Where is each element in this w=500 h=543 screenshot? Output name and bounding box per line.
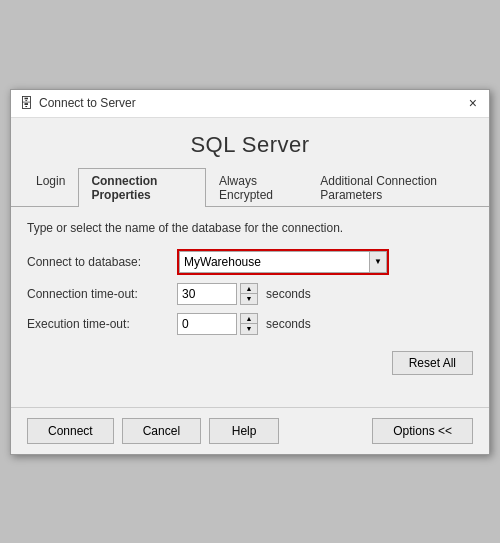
- tab-login[interactable]: Login: [23, 168, 78, 207]
- title-bar: 🗄 Connect to Server ×: [11, 90, 489, 118]
- execution-timeout-down-button[interactable]: ▼: [241, 324, 257, 334]
- window-icon: 🗄: [19, 95, 33, 111]
- tab-connection-properties[interactable]: Connection Properties: [78, 168, 206, 207]
- connection-timeout-down-button[interactable]: ▼: [241, 294, 257, 304]
- connect-to-server-window: 🗄 Connect to Server × SQL Server Login C…: [10, 89, 490, 455]
- reset-row: Reset All: [27, 351, 473, 375]
- connection-timeout-row: Connection time-out: ▲ ▼ seconds: [27, 283, 473, 305]
- connect-to-db-row: Connect to database: MyWarehouse ▼: [27, 249, 473, 275]
- tab-always-encrypted[interactable]: Always Encrypted: [206, 168, 307, 207]
- title-bar-left: 🗄 Connect to Server: [19, 95, 136, 111]
- tab-additional-connection[interactable]: Additional Connection Parameters: [307, 168, 477, 207]
- bottom-bar: Connect Cancel Help Options <<: [11, 407, 489, 454]
- connection-timeout-unit: seconds: [266, 287, 311, 301]
- connection-timeout-label: Connection time-out:: [27, 287, 177, 301]
- dropdown-arrow-button[interactable]: ▼: [369, 251, 387, 273]
- connect-to-db-container: MyWarehouse ▼: [177, 249, 389, 275]
- window-body: SQL Server Login Connection Properties A…: [11, 118, 489, 454]
- execution-timeout-input[interactable]: [177, 313, 237, 335]
- execution-timeout-spinner: ▲ ▼ seconds: [177, 313, 311, 335]
- reset-all-button[interactable]: Reset All: [392, 351, 473, 375]
- window-title: Connect to Server: [39, 96, 136, 110]
- options-button[interactable]: Options <<: [372, 418, 473, 444]
- content-description: Type or select the name of the database …: [27, 221, 473, 235]
- tab-content: Type or select the name of the database …: [11, 207, 489, 407]
- connect-button[interactable]: Connect: [27, 418, 114, 444]
- cancel-button[interactable]: Cancel: [122, 418, 201, 444]
- connect-to-db-label: Connect to database:: [27, 255, 177, 269]
- connection-timeout-up-button[interactable]: ▲: [241, 284, 257, 294]
- help-button[interactable]: Help: [209, 418, 279, 444]
- execution-timeout-unit: seconds: [266, 317, 311, 331]
- execution-timeout-spinner-buttons: ▲ ▼: [240, 313, 258, 335]
- execution-timeout-up-button[interactable]: ▲: [241, 314, 257, 324]
- connection-timeout-spinner-buttons: ▲ ▼: [240, 283, 258, 305]
- connect-to-db-dropdown[interactable]: MyWarehouse: [179, 251, 369, 273]
- execution-timeout-row: Execution time-out: ▲ ▼ seconds: [27, 313, 473, 335]
- execution-timeout-label: Execution time-out:: [27, 317, 177, 331]
- app-title: SQL Server: [11, 118, 489, 168]
- connection-timeout-spinner: ▲ ▼ seconds: [177, 283, 311, 305]
- tab-bar: Login Connection Properties Always Encry…: [11, 168, 489, 207]
- close-button[interactable]: ×: [465, 96, 481, 110]
- connection-timeout-input[interactable]: [177, 283, 237, 305]
